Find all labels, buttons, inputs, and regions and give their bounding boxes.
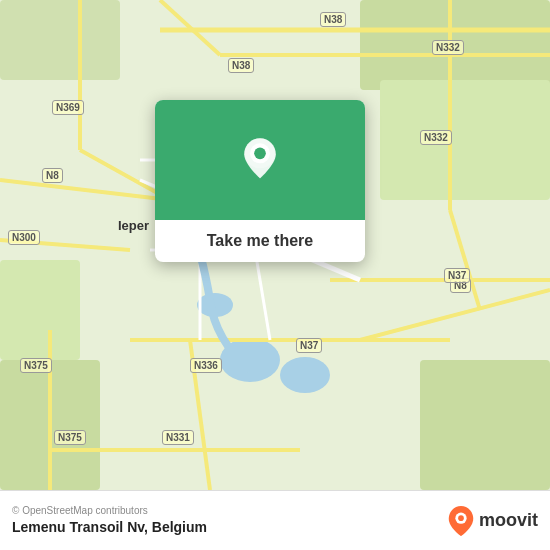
location-name-text: Lemenu Transoil Nv xyxy=(12,519,144,535)
moovit-pin-icon xyxy=(447,505,475,537)
location-name: Lemenu Transoil Nv, Belgium xyxy=(12,519,207,535)
svg-rect-6 xyxy=(0,260,80,360)
map: N38 N38 N332 N332 N369 N8 N8 N300 N37 N3… xyxy=(0,0,550,490)
road-label-n331: N331 xyxy=(162,430,194,445)
svg-rect-3 xyxy=(380,80,550,200)
svg-rect-1 xyxy=(0,0,120,80)
road-label-n38-mid: N38 xyxy=(228,58,254,73)
svg-point-36 xyxy=(458,515,464,521)
road-label-n336: N336 xyxy=(190,358,222,373)
road-label-n8-left: N8 xyxy=(42,168,63,183)
bottom-bar: © OpenStreetMap contributors Lemenu Tran… xyxy=(0,490,550,550)
svg-point-8 xyxy=(280,357,330,393)
take-me-there-button[interactable]: Take me there xyxy=(171,232,349,250)
map-attribution: © OpenStreetMap contributors xyxy=(12,505,447,516)
road-label-n37-right: N37 xyxy=(444,268,470,283)
moovit-logo: moovit xyxy=(447,505,538,537)
popup-card: Take me there xyxy=(155,100,365,262)
svg-point-34 xyxy=(254,148,266,160)
road-label-n369: N369 xyxy=(52,100,84,115)
moovit-brand-text: moovit xyxy=(479,510,538,531)
bottom-text: © OpenStreetMap contributors Lemenu Tran… xyxy=(12,505,447,536)
road-label-n300: N300 xyxy=(8,230,40,245)
road-label-n375-left: N375 xyxy=(20,358,52,373)
popup-header xyxy=(155,100,365,220)
popup-body: Take me there xyxy=(155,220,365,262)
location-country-text: Belgium xyxy=(152,519,207,535)
road-label-n332-mid: N332 xyxy=(420,130,452,145)
road-label-n37-bot: N37 xyxy=(296,338,322,353)
road-label-n375-bot: N375 xyxy=(54,430,86,445)
city-label-ieper: Ieper xyxy=(118,218,149,233)
road-label-n38-top: N38 xyxy=(320,12,346,27)
location-pin-icon xyxy=(235,135,285,185)
road-label-n332-top: N332 xyxy=(432,40,464,55)
svg-rect-5 xyxy=(420,360,550,490)
